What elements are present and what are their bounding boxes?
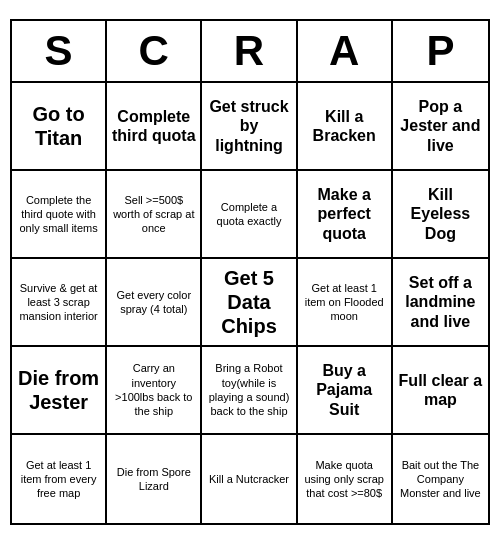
cell-text-6: Sell >=500$ worth of scrap at once [111, 193, 196, 236]
bingo-header: SCRAP [12, 21, 488, 83]
bingo-cell-1[interactable]: Complete third quota [107, 83, 202, 171]
cell-text-0: Go to Titan [16, 102, 101, 150]
cell-text-19: Full clear a map [397, 371, 484, 409]
cell-text-5: Complete the third quote with only small… [16, 193, 101, 236]
bingo-cell-7[interactable]: Complete a quota exactly [202, 171, 297, 259]
bingo-cell-12[interactable]: Get 5 Data Chips [202, 259, 297, 347]
bingo-cell-19[interactable]: Full clear a map [393, 347, 488, 435]
cell-text-21: Die from Spore Lizard [111, 465, 196, 494]
cell-text-8: Make a perfect quota [302, 185, 387, 243]
bingo-cell-24[interactable]: Bait out the The Company Monster and liv… [393, 435, 488, 523]
bingo-cell-4[interactable]: Pop a Jester and live [393, 83, 488, 171]
bingo-cell-3[interactable]: Kill a Bracken [298, 83, 393, 171]
cell-text-11: Get every color spray (4 total) [111, 288, 196, 317]
cell-text-20: Get at least 1 item from every free map [16, 458, 101, 501]
cell-text-7: Complete a quota exactly [206, 200, 291, 229]
cell-text-3: Kill a Bracken [302, 107, 387, 145]
cell-text-18: Buy a Pajama Suit [302, 361, 387, 419]
cell-text-16: Carry an inventory >100lbs back to the s… [111, 361, 196, 418]
cell-text-14: Set off a landmine and live [397, 273, 484, 331]
bingo-cell-21[interactable]: Die from Spore Lizard [107, 435, 202, 523]
cell-text-17: Bring a Robot toy(while is playing a sou… [206, 361, 291, 418]
header-letter-c: C [107, 21, 202, 81]
bingo-cell-17[interactable]: Bring a Robot toy(while is playing a sou… [202, 347, 297, 435]
header-letter-r: R [202, 21, 297, 81]
bingo-cell-22[interactable]: Kill a Nutcracker [202, 435, 297, 523]
bingo-cell-11[interactable]: Get every color spray (4 total) [107, 259, 202, 347]
bingo-cell-15[interactable]: Die from Jester [12, 347, 107, 435]
cell-text-10: Survive & get at least 3 scrap mansion i… [16, 281, 101, 324]
bingo-cell-14[interactable]: Set off a landmine and live [393, 259, 488, 347]
header-letter-p: P [393, 21, 488, 81]
cell-text-23: Make quota using only scrap that cost >=… [302, 458, 387, 501]
bingo-cell-16[interactable]: Carry an inventory >100lbs back to the s… [107, 347, 202, 435]
bingo-card: SCRAP Go to TitanComplete third quotaGet… [10, 19, 490, 525]
header-letter-a: A [298, 21, 393, 81]
cell-text-4: Pop a Jester and live [397, 97, 484, 155]
bingo-cell-18[interactable]: Buy a Pajama Suit [298, 347, 393, 435]
bingo-cell-23[interactable]: Make quota using only scrap that cost >=… [298, 435, 393, 523]
cell-text-13: Get at least 1 item on Flooded moon [302, 281, 387, 324]
cell-text-22: Kill a Nutcracker [209, 472, 289, 486]
bingo-cell-5[interactable]: Complete the third quote with only small… [12, 171, 107, 259]
bingo-cell-6[interactable]: Sell >=500$ worth of scrap at once [107, 171, 202, 259]
bingo-cell-13[interactable]: Get at least 1 item on Flooded moon [298, 259, 393, 347]
bingo-cell-8[interactable]: Make a perfect quota [298, 171, 393, 259]
cell-text-9: Kill Eyeless Dog [397, 185, 484, 243]
bingo-grid: Go to TitanComplete third quotaGet struc… [12, 83, 488, 523]
cell-text-24: Bait out the The Company Monster and liv… [397, 458, 484, 501]
cell-text-2: Get struck by lightning [206, 97, 291, 155]
cell-text-1: Complete third quota [111, 107, 196, 145]
cell-text-15: Die from Jester [16, 366, 101, 414]
bingo-cell-10[interactable]: Survive & get at least 3 scrap mansion i… [12, 259, 107, 347]
bingo-cell-0[interactable]: Go to Titan [12, 83, 107, 171]
bingo-cell-2[interactable]: Get struck by lightning [202, 83, 297, 171]
bingo-cell-20[interactable]: Get at least 1 item from every free map [12, 435, 107, 523]
bingo-cell-9[interactable]: Kill Eyeless Dog [393, 171, 488, 259]
header-letter-s: S [12, 21, 107, 81]
cell-text-12: Get 5 Data Chips [206, 266, 291, 338]
